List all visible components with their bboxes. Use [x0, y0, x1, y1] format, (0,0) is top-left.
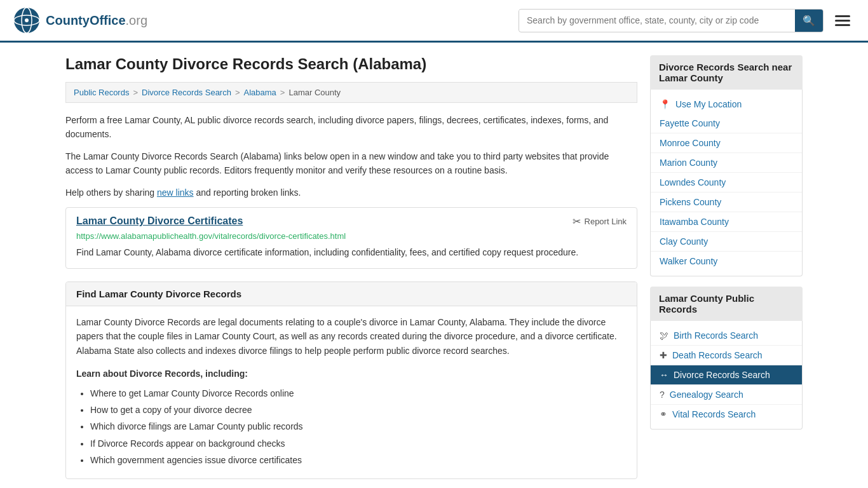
nearby-section: Divorce Records Search near Lamar County… — [650, 55, 803, 276]
breadcrumb-sep-2: > — [235, 88, 240, 97]
description-3-after: and reporting broken links. — [194, 187, 301, 198]
genealogy-link[interactable]: Genealogy Search — [670, 390, 743, 400]
learn-heading: Learn about Divorce Records, including: — [76, 367, 627, 381]
breadcrumb-lamar-county: Lamar County — [288, 88, 341, 97]
header: CountyOffice.org 🔍 — [0, 0, 868, 43]
pickens-county-link[interactable]: Pickens County — [660, 197, 721, 207]
nearby-itawamba[interactable]: Itawamba County — [651, 212, 802, 232]
vital-records-link[interactable]: Vital Records Search — [672, 409, 756, 419]
breadcrumb-divorce-records[interactable]: Divorce Records Search — [142, 88, 231, 97]
nearby-section-header: Divorce Records Search near Lamar County — [650, 55, 803, 90]
learn-item-4: If Divorce Records appear on background … — [90, 437, 627, 451]
nearby-clay[interactable]: Clay County — [651, 232, 802, 252]
info-body-text: Lamar County Divorce Records are legal d… — [76, 315, 627, 358]
public-records-section-header: Lamar County Public Records — [650, 287, 803, 321]
breadcrumb: Public Records > Divorce Records Search … — [65, 82, 637, 103]
vital-records-icon: ⚭ — [660, 409, 667, 419]
clay-county-link[interactable]: Clay County — [660, 236, 708, 247]
breadcrumb-sep-1: > — [133, 88, 138, 97]
breadcrumb-sep-3: > — [280, 88, 285, 97]
new-links-link[interactable]: new links — [157, 187, 194, 198]
public-records-section: Lamar County Public Records 🕊 Birth Reco… — [650, 287, 803, 430]
lowndes-county-link[interactable]: Lowndes County — [660, 177, 726, 187]
learn-item-2: How to get a copy of your divorce decree — [90, 403, 627, 417]
record-card-title: Lamar County Divorce Certificates — [76, 215, 243, 227]
nearby-walker[interactable]: Walker County — [651, 252, 802, 271]
death-records-icon: ✚ — [660, 350, 667, 360]
svg-point-3 — [25, 18, 29, 22]
scissors-icon: ✂ — [573, 215, 581, 227]
sidebar-genealogy[interactable]: ? Genealogy Search — [651, 385, 802, 405]
header-right: 🔍 — [519, 9, 855, 32]
nearby-monroe[interactable]: Monroe County — [651, 133, 802, 153]
hamburger-line-1 — [835, 15, 850, 17]
sidebar-birth-records[interactable]: 🕊 Birth Records Search — [651, 326, 802, 346]
fayette-county-link[interactable]: Fayette County — [660, 118, 720, 128]
use-location[interactable]: 📍 Use My Location — [651, 95, 802, 114]
nearby-pickens[interactable]: Pickens County — [651, 193, 802, 212]
content-area: Lamar County Divorce Records Search (Ala… — [65, 55, 637, 479]
marion-county-link[interactable]: Marion County — [660, 158, 717, 168]
public-records-section-body: 🕊 Birth Records Search ✚ Death Records S… — [650, 321, 803, 430]
monroe-county-link[interactable]: Monroe County — [660, 138, 721, 148]
breadcrumb-public-records[interactable]: Public Records — [74, 88, 129, 97]
nearby-fayette[interactable]: Fayette County — [651, 114, 802, 133]
breadcrumb-alabama[interactable]: Alabama — [244, 88, 276, 97]
birth-records-icon: 🕊 — [660, 330, 668, 341]
search-button[interactable]: 🔍 — [795, 10, 823, 32]
record-card-url: https://www.alabamapublichealth.gov/vita… — [66, 230, 637, 246]
genealogy-icon: ? — [660, 390, 665, 400]
hamburger-button[interactable] — [830, 13, 855, 29]
divorce-records-icon: ↔ — [660, 370, 668, 380]
record-card: Lamar County Divorce Certificates ✂ Repo… — [65, 207, 637, 269]
logo-text: CountyOffice.org — [46, 13, 147, 28]
description-3-before: Help others by sharing — [65, 187, 157, 198]
hamburger-line-3 — [835, 24, 850, 26]
walker-county-link[interactable]: Walker County — [660, 256, 717, 266]
nearby-section-body: 📍 Use My Location Fayette County Monroe … — [650, 90, 803, 276]
nearby-lowndes[interactable]: Lowndes County — [651, 173, 802, 193]
logo-icon — [13, 6, 41, 34]
birth-records-link[interactable]: Birth Records Search — [674, 330, 758, 341]
search-bar: 🔍 — [519, 9, 824, 32]
learn-item-1: Where to get Lamar County Divorce Record… — [90, 386, 627, 400]
record-card-header: Lamar County Divorce Certificates ✂ Repo… — [66, 208, 637, 230]
logo-area: CountyOffice.org — [13, 6, 147, 34]
info-section-header: Find Lamar County Divorce Records — [66, 282, 637, 306]
use-location-link[interactable]: Use My Location — [675, 99, 742, 109]
sidebar-vital-records[interactable]: ⚭ Vital Records Search — [651, 405, 802, 424]
learn-list: Where to get Lamar County Divorce Record… — [76, 386, 627, 468]
record-card-desc: Find Lamar County, Alabama divorce certi… — [66, 246, 637, 268]
learn-item-3: Which divorce filings are Lamar County p… — [90, 419, 627, 433]
page-title: Lamar County Divorce Records Search (Ala… — [65, 55, 637, 73]
nearby-marion[interactable]: Marion County — [651, 153, 802, 173]
search-input[interactable] — [519, 10, 795, 30]
sidebar-death-records[interactable]: ✚ Death Records Search — [651, 346, 802, 365]
hamburger-line-2 — [835, 20, 850, 22]
divorce-records-link[interactable]: Divorce Records Search — [674, 370, 770, 380]
report-link-label: Report Link — [585, 217, 627, 226]
learn-item-5: Which government agencies issue divorce … — [90, 453, 627, 467]
record-card-title-link[interactable]: Lamar County Divorce Certificates — [76, 215, 243, 226]
info-section: Find Lamar County Divorce Records Lamar … — [65, 281, 637, 480]
death-records-link[interactable]: Death Records Search — [672, 350, 763, 360]
description-3: Help others by sharing new links and rep… — [65, 186, 637, 200]
description-1: Perform a free Lamar County, AL public d… — [65, 113, 637, 142]
info-section-body: Lamar County Divorce Records are legal d… — [66, 306, 637, 479]
pin-icon: 📍 — [660, 99, 670, 109]
itawamba-county-link[interactable]: Itawamba County — [660, 217, 729, 227]
sidebar: Divorce Records Search near Lamar County… — [650, 55, 803, 479]
sidebar-divorce-records[interactable]: ↔ Divorce Records Search — [651, 365, 802, 385]
report-link-button[interactable]: ✂ Report Link — [573, 215, 627, 227]
description-2: The Lamar County Divorce Records Search … — [65, 149, 637, 178]
main-container: Lamar County Divorce Records Search (Ala… — [53, 43, 815, 488]
